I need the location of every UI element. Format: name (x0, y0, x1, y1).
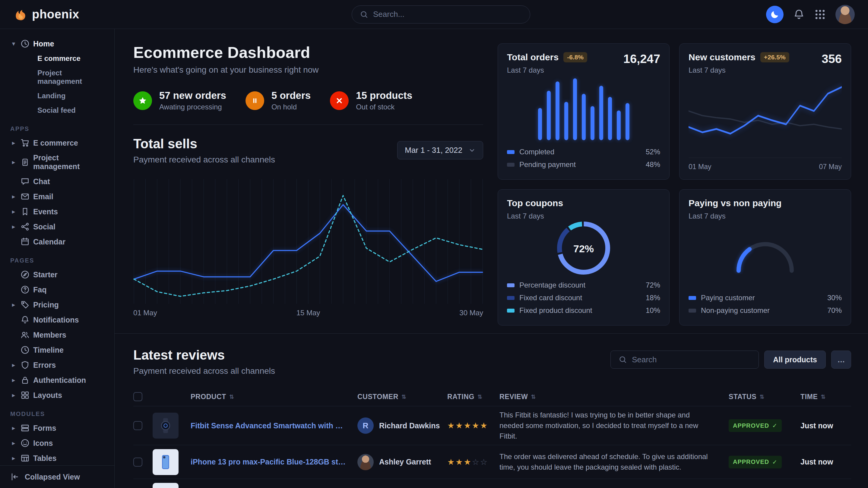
review-text: The order was delivered ahead of schedul… (499, 452, 726, 473)
notifications-button[interactable] (793, 9, 805, 20)
theme-toggle-button[interactable] (766, 6, 783, 23)
column-header-time[interactable]: TIME⇅ (801, 393, 851, 401)
reviews-search[interactable] (611, 351, 759, 369)
top-coupons-card: Top coupons Last 7 days 72% Percentage d… (498, 189, 670, 326)
legend-swatch (507, 296, 515, 300)
product-link[interactable]: iPhone 13 pro max-Pacific Blue-128GB sto… (191, 458, 355, 466)
smile-icon (21, 438, 30, 448)
phoenix-logo-icon (13, 7, 28, 22)
x-axis-label: 30 May (459, 308, 483, 317)
column-header-rating[interactable]: RATING⇅ (447, 393, 497, 401)
sidebar-item-notifications[interactable]: Notifications (7, 312, 107, 327)
sidebar-item-layouts[interactable]: ▸Layouts (7, 388, 107, 403)
sidebar-item-email[interactable]: ▸Email (7, 189, 107, 204)
legend-value: 30% (827, 294, 842, 302)
legend-label: Completed (519, 148, 554, 156)
all-products-button[interactable]: All products (764, 351, 826, 369)
sidebar-item-starter[interactable]: Starter (7, 267, 107, 282)
column-header-product[interactable]: PRODUCT⇅ (191, 393, 355, 401)
sort-icon: ⇅ (401, 393, 407, 400)
stat-caption: On hold (272, 103, 311, 111)
sidebar-item-events[interactable]: ▸Events (7, 204, 107, 219)
x-axis-label: 01 May (688, 163, 711, 171)
stat-value: 15 products (356, 90, 412, 101)
caret-right-icon: ▸ (10, 223, 17, 230)
sidebar-item-label: Members (33, 331, 66, 339)
review-row: iPhone 13 pro max-Pacific Blue-128GB sto… (133, 445, 851, 479)
paying-legend-item: Non-paying customer70% (688, 304, 842, 317)
collapsed-view-toggle[interactable]: Collapsed View (0, 465, 114, 488)
sidebar-item-members[interactable]: Members (7, 327, 107, 343)
sidebar-item-pricing[interactable]: ▸Pricing (7, 297, 107, 312)
product-link[interactable]: Fitbit Sense Advanced Smartwatch with To… (191, 421, 355, 430)
apps-grid-icon (814, 9, 826, 20)
stat-out-of-stock: 15 productsOut of stock (330, 90, 412, 111)
card-title: Top coupons (507, 198, 563, 208)
sidebar: ▾ Home E commerceProject managementLandi… (0, 29, 115, 488)
column-header-status[interactable]: STATUS⇅ (728, 393, 798, 401)
sidebar-item-label: Calendar (33, 237, 65, 246)
more-options-button[interactable]: … (831, 351, 851, 369)
sidebar-item-faq[interactable]: Faq (7, 282, 107, 297)
sidebar-item-home[interactable]: ▾ Home (7, 36, 107, 51)
search-input[interactable] (373, 10, 522, 19)
sidebar-item-timeline[interactable]: Timeline (7, 343, 107, 357)
date-range-select[interactable]: Mar 1 - 31, 2022 (397, 141, 483, 159)
sidebar-item-authentication[interactable]: ▸Authentication (7, 372, 107, 388)
legend-swatch (507, 283, 515, 287)
customer-avatar: R (358, 418, 374, 434)
column-header-review[interactable]: REVIEW⇅ (499, 393, 726, 401)
row-checkbox[interactable] (133, 458, 142, 466)
new-customers-x-axis: 01 May07 May (688, 158, 842, 171)
paying-gauge-chart (688, 220, 842, 290)
shield-icon (21, 360, 30, 369)
total-orders-card: Total orders -6.8% Last 7 days 16,247 Co… (498, 43, 670, 180)
caret-right-icon: ▸ (10, 424, 17, 432)
stats-row: 57 new ordersAwating processing5 ordersO… (133, 90, 483, 111)
sidebar-item-forms[interactable]: ▸Forms (7, 421, 107, 435)
column-header-customer[interactable]: CUSTOMER⇅ (358, 393, 445, 401)
star-icon (133, 91, 152, 110)
sidebar-item-label: Authentication (33, 376, 86, 385)
sidebar-item-chat[interactable]: Chat (7, 174, 107, 189)
clock-icon (21, 346, 30, 355)
bell-icon (793, 9, 805, 20)
reviews-search-input[interactable] (632, 355, 751, 364)
latest-reviews-subtitle: Payment received across all channels (133, 366, 275, 376)
sidebar-item-icons[interactable]: ▸Icons (7, 435, 107, 451)
orders-legend: Completed52%Pending payment48% (507, 145, 660, 171)
caret-right-icon: ▸ (10, 301, 17, 308)
sidebar-item-label: Events (33, 207, 58, 216)
customer-cell: RRichard Dawkins (358, 418, 445, 434)
user-avatar[interactable] (835, 5, 855, 24)
brand[interactable]: phoenix (13, 7, 116, 22)
calendar-icon (21, 237, 30, 246)
summary-cards: Total orders -6.8% Last 7 days 16,247 Co… (498, 43, 851, 326)
paying-legend-item: Paying customer30% (688, 291, 842, 304)
sidebar-item-landing[interactable]: Landing (7, 89, 107, 103)
sidebar-item-social-feed[interactable]: Social feed (7, 103, 107, 118)
total-orders-value: 16,247 (623, 52, 660, 66)
collapsed-view-label: Collapsed View (25, 473, 80, 481)
row-checkbox[interactable] (133, 421, 142, 430)
sidebar-item-project-management[interactable]: ▸Project management (7, 151, 107, 174)
global-search[interactable] (352, 5, 530, 24)
sidebar-item-social[interactable]: ▸Social (7, 219, 107, 234)
page-title: Ecommerce Dashboard (133, 43, 483, 62)
sidebar-item-tables[interactable]: ▸Tables (7, 451, 107, 465)
sidebar-item-label: Icons (33, 439, 53, 448)
sidebar-item-errors[interactable]: ▸Errors (7, 357, 107, 372)
total-sells-x-axis: 01 May15 May30 May (133, 308, 483, 317)
sidebar-item-e-commerce[interactable]: ▸E commerce (7, 135, 107, 151)
apps-menu-button[interactable] (814, 9, 826, 20)
select-all-checkbox[interactable] (133, 392, 142, 401)
sidebar-section-modules: MODULES (10, 411, 104, 418)
topbar: phoenix (0, 0, 868, 29)
table-icon (21, 454, 30, 463)
sidebar-item-calendar[interactable]: Calendar (7, 234, 107, 249)
review-time: Just now (801, 421, 851, 430)
caret-right-icon: ▸ (10, 139, 17, 147)
reviews-controls: All products … (611, 351, 851, 369)
sidebar-item-e-commerce[interactable]: E commerce (7, 51, 107, 66)
sidebar-item-project-management[interactable]: Project management (7, 66, 107, 89)
